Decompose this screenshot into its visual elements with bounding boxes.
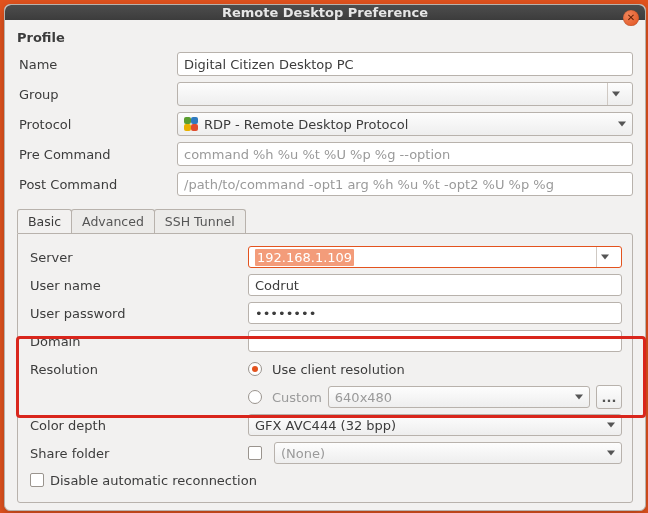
protocol-combo[interactable]: RDP - Remote Desktop Protocol xyxy=(177,112,633,136)
chevron-down-icon xyxy=(607,423,615,428)
group-label: Group xyxy=(17,87,177,102)
chevron-down-icon xyxy=(601,255,609,260)
resolution-client-label: Use client resolution xyxy=(272,362,405,377)
tab-advanced[interactable]: Advanced xyxy=(71,209,155,233)
resolution-client-radio[interactable] xyxy=(248,362,262,376)
name-input[interactable] xyxy=(177,52,633,76)
group-combo[interactable] xyxy=(177,82,633,106)
disable-reconnect-checkbox[interactable] xyxy=(30,473,44,487)
username-label: User name xyxy=(28,278,248,293)
username-input[interactable] xyxy=(248,274,622,296)
server-value: 192.168.1.109 xyxy=(255,249,354,266)
sharefolder-checkbox[interactable] xyxy=(248,446,262,460)
sharefolder-label: Share folder xyxy=(28,446,248,461)
resolution-custom-label: Custom xyxy=(272,390,322,405)
button-bar: Cancel Save as Default Save Connect Save… xyxy=(17,503,633,513)
tab-basic-panel: Server 192.168.1.109 User name User pass… xyxy=(17,233,633,503)
remmina-icon xyxy=(184,117,198,131)
password-input[interactable] xyxy=(248,302,622,324)
sharefolder-combo[interactable]: (None) xyxy=(274,442,622,464)
chevron-down-icon xyxy=(575,395,583,400)
postcommand-input[interactable] xyxy=(177,172,633,196)
resolution-label: Resolution xyxy=(28,362,248,377)
precommand-label: Pre Command xyxy=(17,147,177,162)
domain-input[interactable] xyxy=(248,330,622,352)
colordepth-label: Color depth xyxy=(28,418,248,433)
tab-ssh-tunnel[interactable]: SSH Tunnel xyxy=(154,209,246,233)
tab-basic[interactable]: Basic xyxy=(17,209,72,233)
postcommand-label: Post Command xyxy=(17,177,177,192)
chevron-down-icon xyxy=(618,122,626,127)
resolution-custom-combo[interactable]: 640x480 xyxy=(328,386,590,408)
close-icon[interactable]: ✕ xyxy=(623,10,639,26)
resolution-custom-radio[interactable] xyxy=(248,390,262,404)
profile-heading: Profile xyxy=(17,30,633,45)
server-combo[interactable]: 192.168.1.109 xyxy=(248,246,622,268)
chevron-down-icon xyxy=(607,451,615,456)
name-label: Name xyxy=(17,57,177,72)
precommand-input[interactable] xyxy=(177,142,633,166)
preference-window: Remote Desktop Preference ✕ Profile Name… xyxy=(4,4,646,511)
disable-reconnect-label: Disable automatic reconnection xyxy=(50,473,257,488)
resolution-more-button[interactable]: ... xyxy=(596,385,622,409)
tab-bar: Basic Advanced SSH Tunnel xyxy=(17,209,633,233)
password-label: User password xyxy=(28,306,248,321)
colordepth-combo[interactable]: GFX AVC444 (32 bpp) xyxy=(248,414,622,436)
server-label: Server xyxy=(28,250,248,265)
protocol-label: Protocol xyxy=(17,117,177,132)
titlebar: Remote Desktop Preference ✕ xyxy=(5,5,645,20)
chevron-down-icon xyxy=(612,92,620,97)
window-title: Remote Desktop Preference xyxy=(222,5,428,20)
domain-label: Domain xyxy=(28,334,248,349)
